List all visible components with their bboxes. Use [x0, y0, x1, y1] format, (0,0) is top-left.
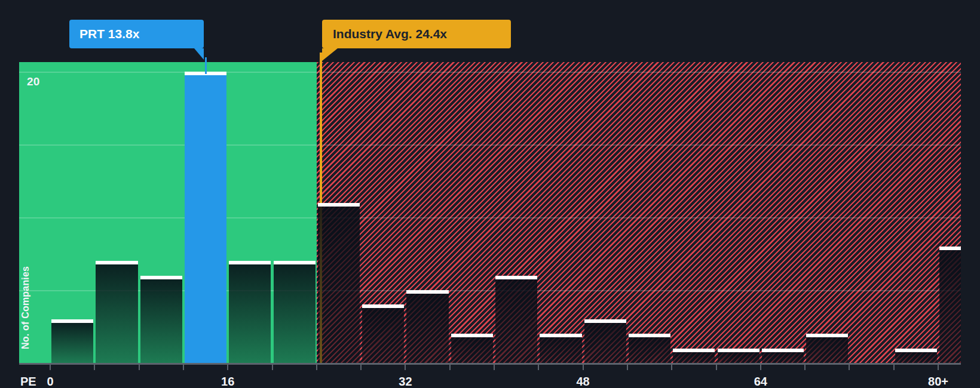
histogram-bar[interactable]: [96, 261, 137, 363]
x-axis-tick: [627, 365, 628, 370]
bar-fill: [96, 264, 137, 363]
x-tick-label: 80+: [914, 375, 962, 388]
x-axis-tick: [227, 365, 228, 370]
x-axis-tick: [139, 365, 140, 370]
histogram-bar[interactable]: [939, 247, 961, 363]
histogram-bar[interactable]: [495, 276, 537, 363]
x-tick-label: 16: [204, 375, 252, 388]
histogram-bar[interactable]: [140, 276, 182, 363]
bar-fill: [51, 323, 93, 363]
bar-fill: [718, 352, 760, 363]
x-tick-label: 64: [737, 375, 785, 388]
plot-area: 20: [19, 62, 961, 363]
histogram-bar[interactable]: [584, 319, 626, 363]
histogram-bar[interactable]: [406, 290, 448, 363]
gridline: [19, 217, 961, 218]
bar-fill: [584, 323, 626, 363]
bar-fill: [274, 264, 316, 363]
histogram-bar[interactable]: [540, 334, 581, 363]
industry-average-callout: Industry Avg. 24.4x: [322, 20, 511, 48]
x-axis-line: [19, 363, 961, 365]
histogram-bar[interactable]: [274, 261, 316, 363]
x-axis-tick: [316, 365, 317, 370]
x-axis-tick: [804, 365, 806, 370]
company-callout: PRT 13.8x: [69, 20, 204, 48]
gridline: [19, 144, 961, 146]
y-axis-title: No. of Companies: [20, 266, 31, 349]
bar-fill: [185, 75, 226, 363]
histogram-bar[interactable]: [451, 334, 493, 363]
x-axis-tick: [494, 365, 495, 370]
x-axis-tick: [405, 365, 406, 370]
x-axis-tick: [760, 365, 761, 370]
bar-fill: [229, 264, 271, 363]
histogram-bar[interactable]: [51, 319, 93, 363]
x-axis-tick: [671, 365, 672, 370]
bar-fill: [806, 337, 848, 363]
x-tick-label: 48: [559, 375, 607, 388]
histogram-bar[interactable]: [362, 304, 404, 363]
bar-fill: [318, 207, 360, 363]
company-callout-label: PRT 13.8x: [79, 27, 139, 41]
x-axis-tick: [272, 365, 273, 370]
industry-average-callout-label: Industry Avg. 24.4x: [333, 27, 447, 41]
bar-fill: [495, 279, 537, 363]
x-axis-tick: [449, 365, 451, 370]
bar-fill: [629, 337, 670, 363]
x-axis-tick: [360, 365, 362, 370]
x-axis-tick: [183, 365, 184, 370]
histogram-bar[interactable]: [318, 203, 360, 363]
company-callout-pointer-icon: [194, 48, 204, 60]
x-axis-tick: [938, 365, 939, 370]
gridline: [19, 72, 961, 73]
x-axis-tick: [583, 365, 584, 370]
histogram-bar[interactable]: [895, 349, 937, 363]
x-tick-label: 0: [26, 375, 74, 388]
histogram-bar[interactable]: [673, 349, 715, 363]
histogram-bar[interactable]: [762, 349, 804, 363]
x-axis-tick: [849, 365, 850, 370]
histogram-bar[interactable]: [629, 334, 670, 363]
x-axis-tick: [893, 365, 895, 370]
bar-fill: [140, 279, 182, 363]
x-axis-tick: [94, 365, 95, 370]
bar-fill: [762, 352, 804, 363]
x-tick-label: 32: [381, 375, 429, 388]
bar-fill: [939, 250, 961, 363]
industry-average-callout-pointer-icon: [322, 48, 338, 61]
bar-fill: [540, 337, 581, 363]
bar-fill: [406, 294, 448, 363]
pe-histogram-chart: 20 No. of Companies PE 01632486480+ PRT …: [0, 0, 980, 388]
histogram-bar[interactable]: [229, 261, 271, 363]
bar-fill: [895, 352, 937, 363]
y-gridline-label: 20: [27, 75, 40, 88]
x-axis-tick: [50, 365, 51, 370]
histogram-bar[interactable]: [806, 334, 848, 363]
x-axis-tick: [538, 365, 539, 370]
company-bar[interactable]: [185, 72, 226, 363]
histogram-bar[interactable]: [718, 349, 760, 363]
bar-fill: [451, 337, 493, 363]
bar-fill: [673, 352, 715, 363]
company-callout-connector: [205, 57, 207, 74]
bar-fill: [362, 308, 404, 363]
x-axis-tick: [716, 365, 717, 370]
